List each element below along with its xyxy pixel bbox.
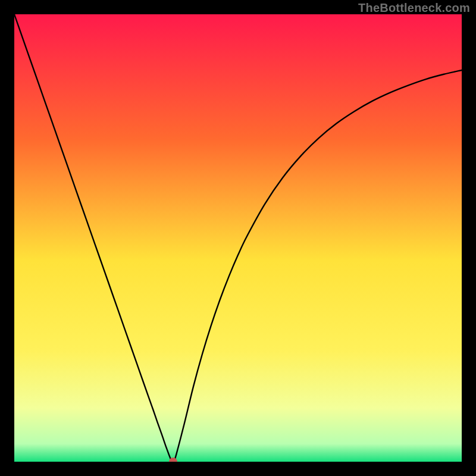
plot-svg [14, 14, 462, 462]
chart-frame: TheBottleneck.com [0, 0, 476, 476]
gradient-background [14, 14, 462, 462]
watermark-text: TheBottleneck.com [358, 1, 470, 15]
